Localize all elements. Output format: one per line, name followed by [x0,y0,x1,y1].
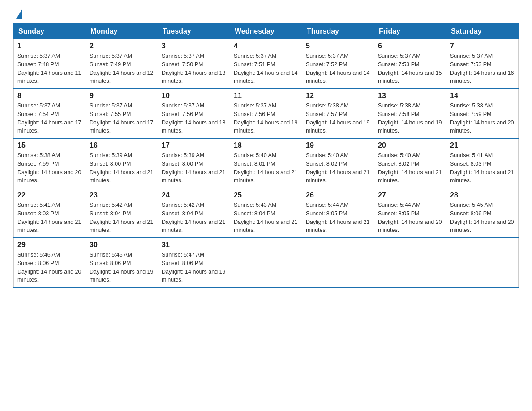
day-info: Sunrise: 5:37 AM Sunset: 7:55 PM Dayligh… [90,102,154,135]
column-header-saturday: Saturday [446,24,519,39]
day-info: Sunrise: 5:44 AM Sunset: 8:05 PM Dayligh… [378,201,442,235]
calendar-cell: 15 Sunrise: 5:38 AM Sunset: 7:59 PM Dayl… [14,138,86,188]
day-info: Sunrise: 5:40 AM Sunset: 8:02 PM Dayligh… [306,151,370,185]
calendar-cell: 20 Sunrise: 5:40 AM Sunset: 8:02 PM Dayl… [374,138,446,188]
calendar-cell: 28 Sunrise: 5:45 AM Sunset: 8:06 PM Dayl… [446,188,519,238]
day-info: Sunrise: 5:42 AM Sunset: 8:04 PM Dayligh… [90,201,154,235]
calendar-cell: 16 Sunrise: 5:39 AM Sunset: 8:00 PM Dayl… [86,138,158,188]
column-header-friday: Friday [374,24,446,39]
day-info: Sunrise: 5:37 AM Sunset: 7:53 PM Dayligh… [450,52,515,86]
day-number: 6 [378,42,442,50]
day-number: 30 [90,241,154,249]
day-number: 27 [378,191,442,199]
calendar-cell: 25 Sunrise: 5:43 AM Sunset: 8:04 PM Dayl… [230,188,302,238]
column-header-sunday: Sunday [14,24,86,39]
day-number: 19 [306,141,370,150]
day-info: Sunrise: 5:37 AM Sunset: 7:48 PM Dayligh… [17,52,82,86]
calendar-cell: 23 Sunrise: 5:42 AM Sunset: 8:04 PM Dayl… [86,188,158,238]
day-info: Sunrise: 5:46 AM Sunset: 8:06 PM Dayligh… [90,251,154,284]
column-header-wednesday: Wednesday [230,24,302,39]
calendar-cell: 12 Sunrise: 5:38 AM Sunset: 7:57 PM Dayl… [302,89,374,138]
calendar-cell: 30 Sunrise: 5:46 AM Sunset: 8:06 PM Dayl… [86,238,158,287]
day-info: Sunrise: 5:37 AM Sunset: 7:50 PM Dayligh… [162,52,226,86]
day-number: 16 [90,141,154,150]
day-number: 28 [450,191,515,199]
day-info: Sunrise: 5:44 AM Sunset: 8:05 PM Dayligh… [306,201,370,235]
column-header-thursday: Thursday [302,24,374,39]
calendar-cell: 13 Sunrise: 5:38 AM Sunset: 7:58 PM Dayl… [374,89,446,138]
calendar-week-row: 22 Sunrise: 5:41 AM Sunset: 8:03 PM Dayl… [14,188,519,238]
calendar-cell: 22 Sunrise: 5:41 AM Sunset: 8:03 PM Dayl… [14,188,86,238]
day-info: Sunrise: 5:37 AM Sunset: 7:56 PM Dayligh… [234,102,298,135]
day-info: Sunrise: 5:37 AM Sunset: 7:54 PM Dayligh… [17,102,82,135]
calendar-cell: 17 Sunrise: 5:39 AM Sunset: 8:00 PM Dayl… [158,138,230,188]
calendar-week-row: 1 Sunrise: 5:37 AM Sunset: 7:48 PM Dayli… [14,39,519,89]
calendar-header-row: SundayMondayTuesdayWednesdayThursdayFrid… [14,24,519,39]
calendar-cell: 29 Sunrise: 5:46 AM Sunset: 8:06 PM Dayl… [14,238,86,287]
day-number: 4 [234,42,298,50]
calendar-table: SundayMondayTuesdayWednesdayThursdayFrid… [13,23,519,288]
day-number: 24 [162,191,226,199]
calendar-cell: 1 Sunrise: 5:37 AM Sunset: 7:48 PM Dayli… [14,39,86,89]
day-number: 23 [90,191,154,199]
calendar-cell [230,238,302,287]
day-number: 22 [17,191,82,199]
day-number: 17 [162,141,226,150]
day-info: Sunrise: 5:40 AM Sunset: 8:01 PM Dayligh… [234,151,298,185]
day-info: Sunrise: 5:42 AM Sunset: 8:04 PM Dayligh… [162,201,226,235]
day-number: 8 [17,92,82,100]
calendar-cell [374,238,446,287]
day-number: 31 [162,241,226,249]
day-number: 18 [234,141,298,150]
calendar-cell: 31 Sunrise: 5:47 AM Sunset: 8:06 PM Dayl… [158,238,230,287]
calendar-week-row: 8 Sunrise: 5:37 AM Sunset: 7:54 PM Dayli… [14,89,519,138]
column-header-monday: Monday [86,24,158,39]
calendar-week-row: 29 Sunrise: 5:46 AM Sunset: 8:06 PM Dayl… [14,238,519,287]
day-number: 2 [90,42,154,50]
day-number: 5 [306,42,370,50]
calendar-cell: 3 Sunrise: 5:37 AM Sunset: 7:50 PM Dayli… [158,39,230,89]
day-number: 1 [17,42,82,50]
calendar-cell: 24 Sunrise: 5:42 AM Sunset: 8:04 PM Dayl… [158,188,230,238]
calendar-cell: 6 Sunrise: 5:37 AM Sunset: 7:53 PM Dayli… [374,39,446,89]
day-info: Sunrise: 5:47 AM Sunset: 8:06 PM Dayligh… [162,251,226,284]
calendar-cell: 2 Sunrise: 5:37 AM Sunset: 7:49 PM Dayli… [86,39,158,89]
calendar-cell: 18 Sunrise: 5:40 AM Sunset: 8:01 PM Dayl… [230,138,302,188]
day-number: 20 [378,141,442,150]
day-number: 11 [234,92,298,100]
day-info: Sunrise: 5:38 AM Sunset: 7:59 PM Dayligh… [450,102,515,135]
calendar-cell: 7 Sunrise: 5:37 AM Sunset: 7:53 PM Dayli… [446,39,519,89]
calendar-cell: 5 Sunrise: 5:37 AM Sunset: 7:52 PM Dayli… [302,39,374,89]
day-number: 3 [162,42,226,50]
day-number: 12 [306,92,370,100]
day-number: 25 [234,191,298,199]
calendar-week-row: 15 Sunrise: 5:38 AM Sunset: 7:59 PM Dayl… [14,138,519,188]
calendar-cell: 26 Sunrise: 5:44 AM Sunset: 8:05 PM Dayl… [302,188,374,238]
day-number: 29 [17,241,82,249]
calendar-cell [302,238,374,287]
logo-triangle-icon [16,9,22,19]
calendar-cell: 21 Sunrise: 5:41 AM Sunset: 8:03 PM Dayl… [446,138,519,188]
day-info: Sunrise: 5:38 AM Sunset: 7:58 PM Dayligh… [378,102,442,135]
day-info: Sunrise: 5:43 AM Sunset: 8:04 PM Dayligh… [234,201,298,235]
day-info: Sunrise: 5:37 AM Sunset: 7:51 PM Dayligh… [234,52,298,86]
day-info: Sunrise: 5:46 AM Sunset: 8:06 PM Dayligh… [17,251,82,284]
calendar-cell [446,238,519,287]
day-number: 10 [162,92,226,100]
day-info: Sunrise: 5:37 AM Sunset: 7:49 PM Dayligh… [90,52,154,86]
day-info: Sunrise: 5:37 AM Sunset: 7:56 PM Dayligh… [162,102,226,135]
page-header [13,9,519,19]
day-info: Sunrise: 5:37 AM Sunset: 7:52 PM Dayligh… [306,52,370,86]
day-number: 15 [17,141,82,150]
calendar-cell: 27 Sunrise: 5:44 AM Sunset: 8:05 PM Dayl… [374,188,446,238]
day-info: Sunrise: 5:40 AM Sunset: 8:02 PM Dayligh… [378,151,442,185]
calendar-cell: 4 Sunrise: 5:37 AM Sunset: 7:51 PM Dayli… [230,39,302,89]
day-info: Sunrise: 5:37 AM Sunset: 7:53 PM Dayligh… [378,52,442,86]
calendar-cell: 8 Sunrise: 5:37 AM Sunset: 7:54 PM Dayli… [14,89,86,138]
day-info: Sunrise: 5:38 AM Sunset: 7:59 PM Dayligh… [17,151,82,185]
day-info: Sunrise: 5:39 AM Sunset: 8:00 PM Dayligh… [90,151,154,185]
day-info: Sunrise: 5:45 AM Sunset: 8:06 PM Dayligh… [450,201,515,235]
day-number: 13 [378,92,442,100]
day-number: 9 [90,92,154,100]
day-info: Sunrise: 5:38 AM Sunset: 7:57 PM Dayligh… [306,102,370,135]
